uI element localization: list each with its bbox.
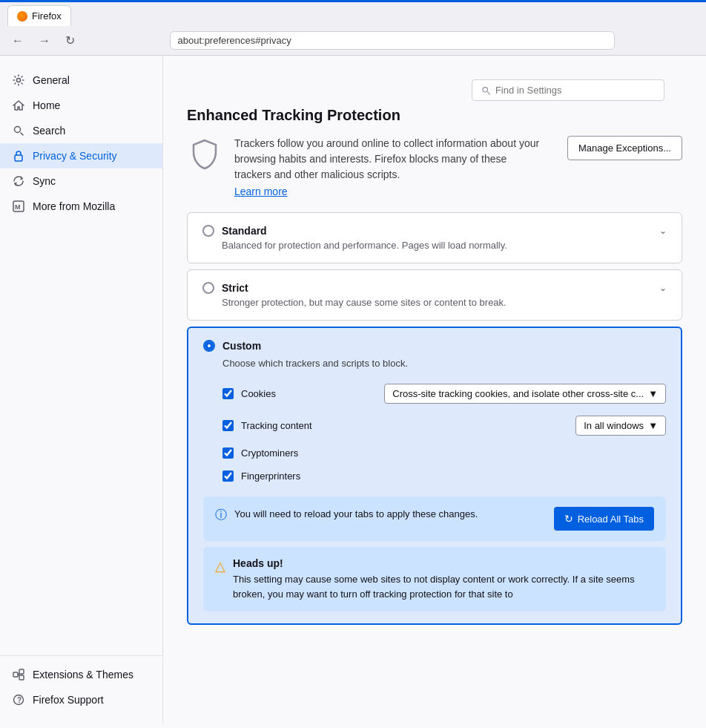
page-layout: General Home Search <box>0 56 706 724</box>
etp-text: Trackers follow you around online to col… <box>234 136 544 197</box>
shield-icon-wrapper <box>187 136 222 171</box>
sidebar-item-support[interactable]: ? Firefox Support <box>0 687 162 712</box>
cryptominers-option: Cryptominers <box>203 442 666 465</box>
sidebar-general-label: General <box>33 74 70 86</box>
svg-text:M: M <box>15 203 21 211</box>
custom-radio[interactable] <box>203 340 215 352</box>
find-search-icon <box>481 85 491 96</box>
sidebar-item-home[interactable]: Home <box>0 93 162 118</box>
sidebar-home-label: Home <box>33 99 60 111</box>
fingerprinters-option: Fingerprinters <box>203 465 666 488</box>
forward-button[interactable]: → <box>34 31 55 50</box>
svg-text:?: ? <box>17 696 22 704</box>
sidebar-search-label: Search <box>33 125 65 137</box>
home-icon <box>12 99 25 112</box>
cookies-dropdown-arrow: ▼ <box>648 388 658 399</box>
find-settings-input[interactable] <box>495 85 655 96</box>
address-bar[interactable]: about:preferences#privacy <box>170 31 615 50</box>
standard-card[interactable]: Standard ⌄ Balanced for protection and p… <box>187 212 682 263</box>
info-banner-text: You will need to reload your tabs to app… <box>234 507 547 522</box>
custom-desc: Choose which trackers and scripts to blo… <box>203 358 666 369</box>
cookies-dropdown[interactable]: Cross-site tracking cookies, and isolate… <box>384 384 666 404</box>
sidebar-sync-label: Sync <box>33 175 56 187</box>
warning-text-block: Heads up! This setting may cause some we… <box>233 557 654 601</box>
section-title: Enhanced Tracking Protection <box>187 107 682 124</box>
strict-desc: Stronger protection, but may cause some … <box>202 297 667 308</box>
browser-chrome: Firefox ← → ↻ about:preferences#privacy <box>0 0 706 56</box>
address-text: about:preferences#privacy <box>178 35 291 46</box>
strict-radio[interactable] <box>202 282 214 294</box>
sidebar-item-privacy[interactable]: Privacy & Security <box>0 143 162 168</box>
reload-all-tabs-button[interactable]: ↻ Reload All Tabs <box>554 507 654 531</box>
cookies-label: Cookies <box>241 388 276 399</box>
strict-arrow: ⌄ <box>659 283 667 293</box>
main-content: Enhanced Tracking Protection Trackers fo… <box>163 56 706 724</box>
mozilla-icon: M <box>12 200 25 213</box>
sidebar-item-sync[interactable]: Sync <box>0 168 162 194</box>
svg-rect-6 <box>19 669 24 674</box>
reload-icon: ↻ <box>564 513 573 525</box>
sidebar-item-extensions[interactable]: Extensions & Themes <box>0 662 162 687</box>
standard-label: Standard <box>222 225 267 237</box>
etp-description: Trackers follow you around online to col… <box>234 136 544 183</box>
sidebar-item-mozilla[interactable]: M More from Mozilla <box>0 194 162 219</box>
standard-radio[interactable] <box>202 225 214 237</box>
sidebar-bottom: Extensions & Themes ? Firefox Support <box>0 655 162 712</box>
tracking-dropdown[interactable]: In all windows ▼ <box>575 416 666 436</box>
tab-bar: Firefox <box>0 2 706 26</box>
sidebar-item-general[interactable]: General <box>0 68 162 93</box>
back-button[interactable]: ← <box>7 31 28 50</box>
warning-icon: △ <box>215 558 225 574</box>
custom-header: Custom <box>203 340 666 352</box>
svg-point-0 <box>17 79 21 82</box>
sidebar-support-label: Firefox Support <box>33 694 104 706</box>
sidebar-item-search[interactable]: Search <box>0 118 162 143</box>
browser-toolbar: ← → ↻ about:preferences#privacy <box>0 26 706 55</box>
learn-more-link[interactable]: Learn more <box>234 186 288 197</box>
reload-btn-label: Reload All Tabs <box>578 514 644 525</box>
tracking-label: Tracking content <box>241 420 312 431</box>
cookies-dropdown-label: Cross-site tracking cookies, and isolate… <box>392 388 644 399</box>
reload-button[interactable]: ↻ <box>61 30 79 50</box>
cookies-checkbox[interactable] <box>222 388 234 399</box>
custom-card[interactable]: Custom Choose which trackers and scripts… <box>187 327 682 625</box>
gear-icon <box>12 73 25 87</box>
extensions-icon <box>12 668 25 681</box>
info-icon: ⓘ <box>215 508 227 523</box>
strict-card[interactable]: Strict ⌄ Stronger protection, but may ca… <box>187 269 682 321</box>
tab-favicon <box>17 11 27 22</box>
strict-card-header: Strict ⌄ <box>202 282 667 294</box>
active-tab[interactable]: Firefox <box>7 5 71 26</box>
sidebar-extensions-label: Extensions & Themes <box>33 669 133 681</box>
cryptominers-checkbox[interactable] <box>222 447 234 459</box>
svg-rect-2 <box>15 155 22 161</box>
svg-point-10 <box>483 87 487 91</box>
info-banner: ⓘ You will need to reload your tabs to a… <box>203 496 666 541</box>
manage-exceptions-button[interactable]: Manage Exceptions... <box>567 136 682 160</box>
cookies-option: Cookies Cross-site tracking cookies, and… <box>203 378 666 410</box>
sync-icon <box>12 174 25 188</box>
find-settings-bar <box>187 68 682 107</box>
find-input-wrapper[interactable] <box>472 79 664 101</box>
svg-point-1 <box>15 127 21 133</box>
etp-header: Trackers follow you around online to col… <box>187 136 682 197</box>
svg-rect-7 <box>19 675 24 680</box>
help-icon: ? <box>12 693 25 706</box>
warning-text: This setting may cause some web sites to… <box>233 572 654 601</box>
standard-arrow: ⌄ <box>659 226 667 236</box>
standard-desc: Balanced for protection and performance.… <box>202 240 667 251</box>
sidebar-mozilla-label: More from Mozilla <box>33 200 115 212</box>
sidebar: General Home Search <box>0 56 163 724</box>
custom-label: Custom <box>222 340 261 352</box>
tracking-dropdown-label: In all windows <box>584 420 644 431</box>
warning-banner: △ Heads up! This setting may cause some … <box>203 547 666 611</box>
fingerprinters-checkbox[interactable] <box>222 470 234 482</box>
search-icon <box>12 124 25 137</box>
sidebar-privacy-label: Privacy & Security <box>33 150 117 162</box>
svg-rect-5 <box>13 672 18 677</box>
tracking-dropdown-arrow: ▼ <box>648 420 658 431</box>
cryptominers-label: Cryptominers <box>241 447 298 459</box>
strict-label: Strict <box>222 282 248 294</box>
tracking-checkbox[interactable] <box>222 420 234 431</box>
standard-card-header: Standard ⌄ <box>202 225 667 237</box>
